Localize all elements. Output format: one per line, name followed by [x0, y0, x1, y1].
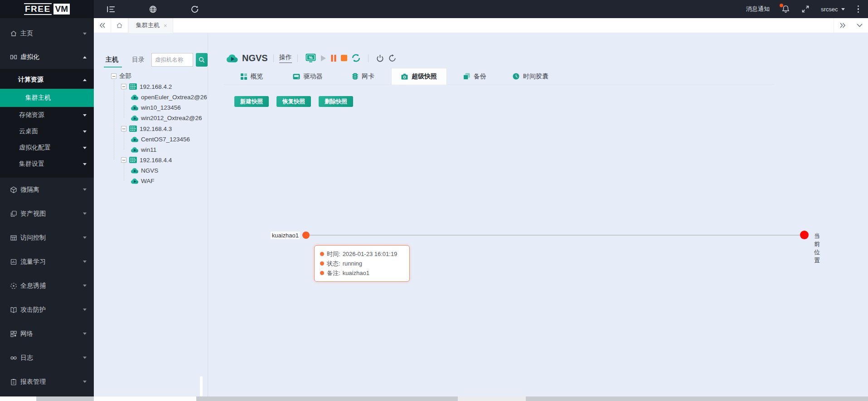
- language-globe-icon[interactable]: [144, 0, 162, 18]
- vm-search-input[interactable]: [151, 53, 193, 67]
- tab-home-icon[interactable]: [111, 18, 128, 33]
- tree-node-host[interactable]: 192.168.4.4: [121, 155, 172, 164]
- sidebar-item-storage-resources[interactable]: 存储资源: [0, 107, 94, 123]
- sidebar-item-traffic-learning[interactable]: 流量学习: [0, 250, 94, 274]
- tree-node-host[interactable]: 192.168.4.2: [121, 82, 172, 91]
- vm-header: NGVS 操作 %: [226, 52, 399, 64]
- collapse-node-icon[interactable]: [111, 73, 116, 79]
- chevron-down-icon: [83, 333, 87, 335]
- tabs-menu-chevron-icon[interactable]: [851, 18, 868, 33]
- tree-node-vm[interactable]: openEuler_Oxtrea2@26: [131, 92, 207, 101]
- host-server-icon: [129, 83, 137, 90]
- tree-tab-directory[interactable]: 目录: [132, 56, 145, 64]
- tree-node-host[interactable]: 192.168.4.3: [121, 124, 172, 133]
- chevron-down-icon: [83, 261, 87, 263]
- sidebar-item-report-management[interactable]: 报表管理: [0, 370, 94, 394]
- scrollbar-thumb[interactable]: [94, 396, 196, 401]
- close-tab-icon[interactable]: ×: [164, 22, 167, 29]
- operation-dropdown[interactable]: 操作: [279, 53, 292, 63]
- sidebar-item-label: 网络: [20, 330, 33, 338]
- open-book-icon: [10, 306, 17, 314]
- reboot-icon[interactable]: [388, 54, 397, 62]
- sidebar-item-label: 微隔离: [20, 186, 39, 194]
- tree-node-root[interactable]: 全部: [111, 72, 131, 81]
- tab-overview[interactable]: 概览: [224, 68, 280, 85]
- collapse-node-icon[interactable]: [121, 157, 126, 163]
- tab-drives[interactable]: 驱动器: [280, 68, 335, 85]
- sidebar-item-virtualization[interactable]: 虚拟化: [0, 45, 94, 69]
- vm-icon: [131, 136, 138, 143]
- tree-node-vm[interactable]: NGVS: [131, 166, 158, 175]
- create-snapshot-button[interactable]: 新建快照: [234, 96, 269, 107]
- tree-node-vm[interactable]: win11: [131, 145, 156, 154]
- tree-node-vm[interactable]: win2012_Oxtrea2@26: [131, 113, 202, 122]
- sidebar-item-micro-segmentation[interactable]: 微隔离: [0, 178, 94, 202]
- panel-divider: [208, 33, 208, 396]
- collapse-node-icon[interactable]: [121, 126, 126, 131]
- divider: [297, 54, 298, 62]
- current-position-point[interactable]: [800, 231, 809, 239]
- tree-node-vm[interactable]: WAF: [131, 176, 155, 185]
- tree-scrollbar-thumb[interactable]: [200, 376, 203, 396]
- pause-vm-icon[interactable]: [331, 55, 336, 62]
- sidebar-item-logs[interactable]: 日志: [0, 346, 94, 370]
- sidebar-item-asset-view[interactable]: 资产视图: [0, 202, 94, 226]
- sidebar-item-virtualization-config[interactable]: 虚拟化配置: [0, 140, 94, 156]
- delete-snapshot-button[interactable]: 删除快照: [319, 96, 353, 107]
- chevron-down-icon: [83, 381, 87, 383]
- tree-node-vm[interactable]: win10_123456: [131, 103, 181, 112]
- radar-icon: [10, 282, 17, 290]
- tree-guide-line: [124, 131, 124, 150]
- notification-bell-icon[interactable]: [781, 5, 790, 13]
- snapshot-point[interactable]: [302, 232, 310, 239]
- tabs-scroll-right-icon[interactable]: [834, 18, 851, 33]
- drive-icon: [293, 73, 300, 80]
- sidebar-item-attack-protection[interactable]: 攻击防护: [0, 298, 94, 322]
- scrollbar-thumb[interactable]: [0, 396, 36, 401]
- vm-icon: [131, 104, 138, 111]
- horizontal-scrollbar[interactable]: [0, 396, 868, 401]
- page-tab-cluster-hosts[interactable]: 集群主机 ×: [128, 18, 173, 33]
- refresh-vm-icon[interactable]: [352, 54, 360, 62]
- chevron-down-icon: [83, 309, 87, 311]
- restore-snapshot-button[interactable]: 恢复快照: [276, 96, 311, 107]
- sidebar-item-label: 报表管理: [20, 378, 46, 386]
- sidebar-item-label: 主页: [20, 29, 33, 38]
- more-options-icon[interactable]: [857, 5, 860, 14]
- sidebar-item-compute-resources[interactable]: 计算资源: [0, 71, 94, 89]
- sidebar-item-access-control[interactable]: 访问控制: [0, 226, 94, 250]
- collapse-sidebar-icon[interactable]: [102, 0, 120, 18]
- sidebar-item-cluster-hosts[interactable]: 集群主机: [0, 89, 94, 107]
- bullet-icon: [320, 252, 324, 256]
- tab-time-capsule[interactable]: 时间胶囊: [503, 68, 558, 85]
- sidebar-item-home[interactable]: 主页: [0, 22, 94, 45]
- refresh-icon[interactable]: [185, 0, 204, 18]
- power-off-icon[interactable]: [376, 54, 384, 62]
- notifications-link[interactable]: 消息通知: [746, 5, 770, 13]
- topbar: FREE VM 消息通知 srcsec: [0, 0, 868, 18]
- tree-node-vm[interactable]: CentOS7_123456: [131, 135, 190, 144]
- sidebar-item-holographic-trap[interactable]: 全息诱捕: [0, 274, 94, 298]
- fullscreen-icon[interactable]: [802, 5, 809, 13]
- console-button[interactable]: %: [305, 53, 316, 63]
- sidebar-item-network[interactable]: 网络: [0, 322, 94, 346]
- tabs-scroll-left-icon[interactable]: [94, 18, 111, 33]
- stop-vm-icon[interactable]: [341, 55, 347, 61]
- tab-snapshots[interactable]: 超级快照: [391, 68, 447, 85]
- tree-tab-host[interactable]: 主机: [106, 56, 118, 64]
- collapse-node-icon[interactable]: [121, 84, 126, 89]
- search-button[interactable]: [196, 53, 208, 67]
- tab-nics[interactable]: 网卡: [335, 68, 391, 85]
- start-vm-icon[interactable]: [320, 55, 326, 62]
- search-icon: [199, 57, 205, 63]
- nic-chip-icon: [352, 73, 358, 80]
- sidebar-item-label: 计算资源: [18, 76, 44, 84]
- scrollbar-thumb[interactable]: [458, 396, 526, 401]
- sidebar-item-cloud-desktop[interactable]: 云桌面: [0, 123, 94, 140]
- chevron-down-icon: [83, 33, 87, 35]
- user-menu[interactable]: srcsec: [821, 6, 845, 13]
- overview-grid-icon: [241, 73, 247, 80]
- tab-backup[interactable]: 备份: [447, 68, 503, 85]
- tab-label: 时间胶囊: [523, 72, 548, 81]
- sidebar-item-cluster-settings[interactable]: 集群设置: [0, 156, 94, 172]
